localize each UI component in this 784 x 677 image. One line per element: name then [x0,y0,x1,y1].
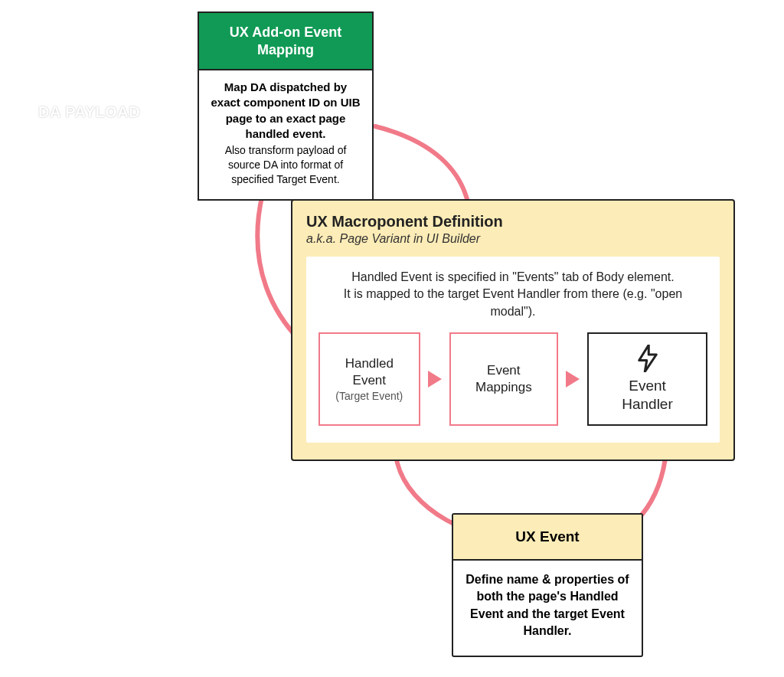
macroponent-subtitle: a.k.a. Page Variant in UI Builder [306,232,720,246]
event-handler-label: Event Handler [604,377,691,414]
arrow-icon [564,332,581,426]
event-mappings-label: Event Mappings [460,362,547,396]
macroponent-card: UX Macroponent Definition a.k.a. Page Va… [291,199,735,461]
macroponent-title: UX Macroponent Definition [306,213,720,231]
lightning-icon [636,345,659,372]
da-payload-label: DA PAYLOAD [38,103,140,121]
addon-card-body: Map DA dispatched by exact component ID … [199,70,372,199]
handled-event-box: Handled Event (Target Event) [318,332,420,426]
event-handler-box: Event Handler [587,332,707,426]
handled-event-label: Handled Event [329,355,410,389]
event-mappings-box: Event Mappings [449,332,558,426]
macroponent-inner: Handled Event is specified in "Events" t… [306,257,720,443]
addon-event-mapping-card: UX Add-on Event Mapping Map DA dispatche… [198,11,374,201]
addon-body-main: Map DA dispatched by exact component ID … [210,80,361,142]
flow-row: Handled Event (Target Event) Event Mappi… [318,332,707,426]
handled-event-sub: (Target Event) [329,389,410,403]
addon-card-header: UX Add-on Event Mapping [199,13,372,70]
arrow-icon [426,332,443,426]
ux-event-header: UX Event [453,515,642,561]
ux-event-body: Define name & properties of both the pag… [453,561,642,656]
ux-event-card: UX Event Define name & properties of bot… [452,513,643,657]
addon-body-sub: Also transform payload of source DA into… [210,143,361,187]
macroponent-description: Handled Event is specified in "Events" t… [334,269,692,320]
